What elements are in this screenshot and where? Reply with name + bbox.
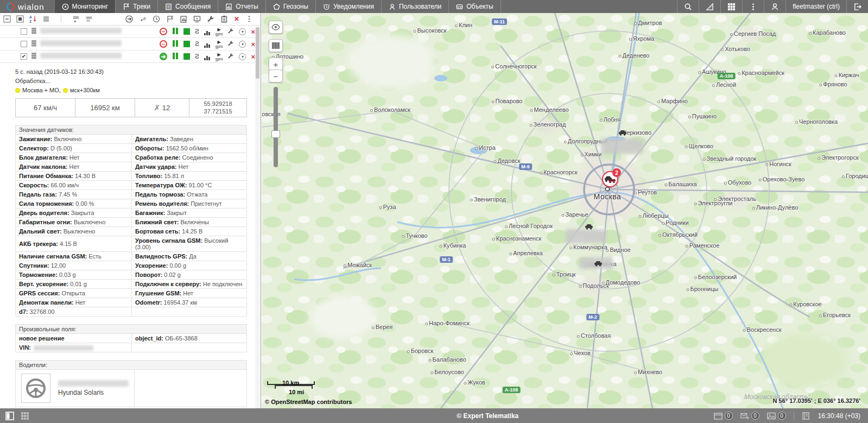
sort-az-icon[interactable]: AZ [29, 15, 37, 23]
address-book-button[interactable] [802, 412, 810, 420]
tab-label: Геозоны [283, 3, 308, 10]
search-icon[interactable] [677, 0, 699, 13]
unit-name[interactable] [40, 28, 160, 35]
unit-name[interactable] [40, 53, 160, 60]
track-icon[interactable]: S [195, 40, 199, 48]
toolbar-more-icon[interactable] [245, 15, 253, 23]
user-icon[interactable] [764, 0, 785, 13]
tab-monitoring[interactable]: Мониторинг [54, 0, 116, 13]
unit-properties-icon[interactable] [227, 53, 234, 61]
field-label: Поворот: [135, 272, 162, 278]
map-tiles [262, 13, 868, 408]
tab-reports[interactable]: Отчеты [218, 0, 265, 13]
track-icon[interactable]: S [195, 53, 199, 60]
media-counter[interactable]: 0 [767, 412, 786, 420]
messages-chart-icon[interactable] [204, 40, 211, 48]
unit-marker-icon[interactable] [585, 224, 593, 231]
data-accuracy-icon[interactable] [172, 53, 179, 61]
stat-mileage: 16952 км [75, 99, 135, 117]
connection-state-icon[interactable] [183, 53, 190, 60]
zoom-in-button[interactable]: + [269, 58, 283, 71]
apps-grid-icon[interactable] [720, 0, 742, 13]
bottom-grid-icon[interactable] [21, 412, 29, 420]
copy-clipboard-icon[interactable] [220, 15, 228, 23]
connection-state-icon[interactable] [183, 41, 190, 47]
unit-marker-icon[interactable] [594, 261, 603, 268]
panel-scrollbar[interactable] [255, 26, 260, 408]
data-accuracy-icon[interactable] [172, 40, 179, 48]
driver-name-blurred [58, 380, 129, 387]
show-all-icon[interactable]: All [85, 15, 93, 23]
unit-properties-icon[interactable] [227, 28, 234, 36]
zoom-out-button[interactable]: − [269, 70, 283, 83]
table-cell: Сила торможения: 0.00 % [16, 199, 132, 209]
zoom-slider-handle[interactable] [271, 130, 280, 138]
track-icon[interactable]: S [195, 28, 199, 35]
logout-icon[interactable] [846, 0, 868, 13]
field-label: Дальний свет: [19, 228, 62, 235]
tab-geofences[interactable]: Геозоны [265, 0, 315, 13]
motion-state-icon[interactable]: − [160, 28, 167, 35]
gprs-flag-icon[interactable]: ▶gprs [216, 28, 223, 36]
motion-state-icon[interactable]: − [160, 40, 167, 48]
remove-unit-icon[interactable]: × [251, 40, 255, 48]
zoom-slider[interactable] [274, 87, 278, 167]
unit-checkbox[interactable] [21, 28, 27, 35]
unit-checkbox[interactable] [21, 41, 27, 47]
remove-all-icon[interactable]: ✕ [234, 16, 239, 22]
unit-checkbox[interactable]: ✔ [21, 53, 27, 60]
table-cell: Наличие сигнала GSM: Есть [16, 252, 132, 261]
unit-properties-icon[interactable] [227, 40, 234, 48]
scrollbar-thumb[interactable] [256, 27, 259, 79]
current-user-label[interactable]: fleetmaster (ctrl) [785, 0, 846, 13]
table-cell: Подключен к серверу: Не подключен [132, 280, 247, 289]
wialon-logo-text: wialon [18, 2, 45, 11]
remove-unit-icon[interactable]: × [251, 28, 255, 36]
list-view-icon[interactable] [42, 15, 50, 23]
apply-dropdown-icon[interactable]: ▾ [239, 28, 246, 35]
reports-icon[interactable] [180, 15, 187, 23]
jobs-counter[interactable]: 0 [714, 412, 733, 420]
tracks-flag-icon[interactable] [166, 15, 174, 23]
add-all-to-list-icon[interactable] [72, 15, 80, 23]
motion-state-icon[interactable]: ➜ [160, 53, 167, 60]
map-area[interactable]: ВысоковскКлинДмитровЯхромаСергиев ПосадК… [262, 13, 868, 408]
selection-mode-icon[interactable] [16, 15, 24, 23]
messages-chart-icon[interactable] [204, 53, 211, 60]
connection-state-icon[interactable] [183, 28, 190, 35]
unit-name[interactable] [40, 40, 160, 48]
tab-messages[interactable]: Сообщения [157, 0, 218, 13]
tab-notifications[interactable]: Уведомления [315, 0, 381, 13]
unit-marker-icon[interactable] [618, 130, 627, 137]
table-row: Дверь водителя: ЗакрытаБагажник: Закрыт [16, 209, 247, 218]
field-label: Дверь водителя: [19, 210, 69, 216]
messages-chart-icon[interactable] [204, 28, 211, 35]
quick-track-clock-icon[interactable] [153, 15, 160, 23]
jobs-count-badge: 0 [725, 412, 733, 420]
events-antenna-icon[interactable] [139, 15, 147, 23]
ruler-tools-icon[interactable] [699, 0, 720, 13]
apply-dropdown-icon[interactable]: ▾ [239, 53, 246, 60]
field-label: Топливо: [135, 173, 162, 179]
sent-messages-counter[interactable]: 0 [740, 412, 759, 420]
tab-tracks[interactable]: Треки [115, 0, 157, 13]
panel-layout-toggle-icon[interactable] [5, 412, 14, 420]
map-eye-button[interactable] [269, 21, 283, 34]
follow-units-icon[interactable] [125, 15, 133, 23]
data-accuracy-icon[interactable] [172, 28, 179, 36]
properties-wrench-icon[interactable] [207, 15, 214, 23]
more-menu-icon[interactable] [742, 0, 764, 13]
media-monitor-icon[interactable] [193, 15, 201, 23]
gprs-flag-icon[interactable]: ▶gprs [216, 40, 223, 48]
remove-unit-icon[interactable]: × [251, 53, 255, 61]
gprs-flag-icon[interactable]: ▶gprs [216, 53, 223, 61]
tab-users[interactable]: Пользователи [381, 0, 448, 13]
field-label: Валидность GPS: [135, 253, 187, 260]
steering-wheel-icon [25, 377, 47, 399]
unit-cluster-marker[interactable]: 2 [602, 171, 618, 187]
map-layers-button[interactable] [269, 39, 283, 52]
apply-dropdown-icon[interactable]: ▾ [239, 41, 246, 48]
collapse-all-icon[interactable] [3, 15, 11, 23]
drivers-table: Водители: Hyundai Solaris [15, 360, 247, 407]
tab-units[interactable]: Объекты [448, 0, 501, 13]
